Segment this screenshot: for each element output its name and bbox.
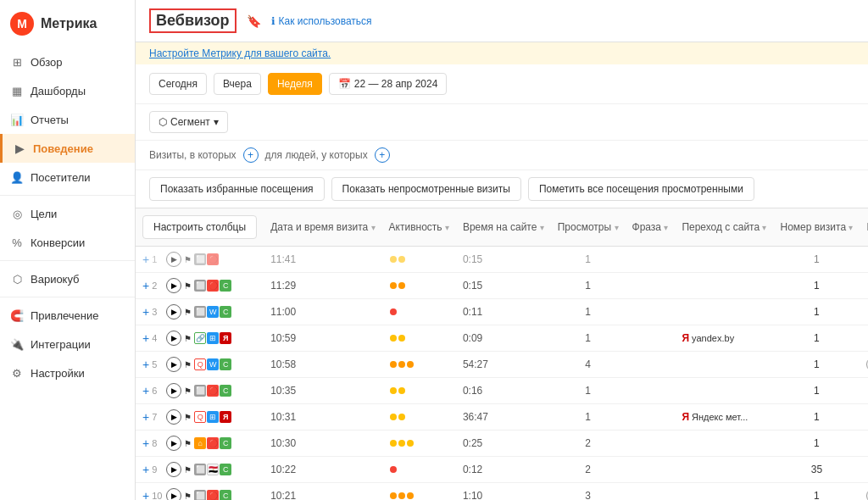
sidebar-item-settings[interactable]: ⚙ Настройки [0,358,135,387]
play-button[interactable]: ▶ [166,409,181,425]
col-activity[interactable]: Активность ▾ [382,208,456,247]
flag-icon: ⚑ [184,334,192,343]
row-num: 9 [152,464,164,475]
add-row-button[interactable]: + [142,279,149,292]
col-referrer[interactable]: Переход с сайта ▾ [675,208,773,247]
play-button[interactable]: ▶ [166,304,181,319]
sidebar-item-reports[interactable]: 📊 Отчеты [0,105,135,134]
sort-icon-phrase: ▾ [664,223,668,232]
play-button[interactable]: ▶ [166,357,181,372]
sidebar-item-label: Интеграции [31,338,91,351]
flag-icon: ⚑ [184,413,192,422]
add-row-button[interactable]: + [142,384,149,397]
time-on-site: 54:27 [456,352,551,378]
add-row-button[interactable]: + [142,410,149,424]
play-button[interactable]: ▶ [166,488,181,500]
sidebar-item-integrations[interactable]: 🔌 Интеграции [0,330,135,358]
week-button[interactable]: Неделя [268,73,322,95]
icon-set: Q⊞Я [194,411,231,423]
views-count: 1 [551,325,626,352]
logo-icon: М [10,12,34,36]
bar-chart-icon: 📊 [10,113,24,126]
table-row: + 2 ▶ ⚑ ⬜🔴C 11:290:1511Тоℹ [136,273,868,299]
add-people-filter-button[interactable]: + [375,147,390,163]
table-row: + 1 ▶ ⚑ ⬜🔴 11:410:1511Тоℹ [136,247,868,273]
notice-link[interactable]: Настройте Метрику для вашего сайта. [149,47,331,59]
phrase [626,299,676,325]
today-button[interactable]: Сегодня [149,73,207,95]
play-button[interactable]: ▶ [166,436,181,451]
show-favorites-button[interactable]: Показать избранные посещения [149,177,325,201]
sidebar-item-conversions[interactable]: % Конверсии [0,228,135,257]
sidebar-item-label: Отчеты [31,114,69,126]
add-row-button[interactable]: + [142,253,149,266]
visit-number: 1 [773,273,860,299]
play-button[interactable]: ▶ [166,331,181,346]
sidebar-item-label: Настройки [31,367,85,380]
sidebar-item-label: Поведение [33,142,93,155]
add-row-button[interactable]: + [142,463,149,476]
goals-value: 1 [860,352,868,378]
bookmark-icon[interactable]: 🔖 [247,14,261,28]
col-time-on-site[interactable]: Время на сайте ▾ [456,208,551,247]
sidebar-item-label: Обзор [31,56,63,69]
activity-dots [382,404,456,431]
show-unviewed-button[interactable]: Показать непросмотренные визиты [331,177,521,201]
views-count: 2 [551,431,626,457]
row-num: 5 [152,359,164,369]
add-row-button[interactable]: + [142,305,149,319]
col-phrase[interactable]: Фраза ▾ [626,208,676,247]
phrase [626,483,676,501]
col-visit-num[interactable]: Номер визита ▾ [773,208,860,247]
page-header: Вебвизор 🔖 ℹ Как использоваться [136,0,868,42]
sidebar-item-acquisition[interactable]: 🧲 Привлечение [0,301,135,330]
sidebar-item-variocube[interactable]: ⬡ Вариокуб [0,264,135,293]
sidebar-item-label: Цели [31,208,57,220]
col-date[interactable]: Дата и время визита ▾ [264,208,381,247]
notice-bar: Настройте Метрику для вашего сайта. [136,42,868,64]
gear-icon: ⚙ [10,366,24,380]
add-row-button[interactable]: + [142,331,149,345]
sort-icon-activity: ▾ [445,223,449,232]
views-count: 3 [551,483,626,501]
sidebar-item-goals[interactable]: ◎ Цели [0,199,135,228]
table-row: + 6 ▶ ⚑ ⬜🔴C 10:350:1611Тоℹ [136,378,868,404]
icon-set: ⬜🔴C [194,385,231,397]
phrase [626,325,676,352]
segment-button[interactable]: ⬡ Сегмент ▾ [149,111,228,133]
activity-dots [382,457,456,483]
configure-columns-button[interactable]: Настроить столбцы [142,215,257,239]
visit-time: 10:58 [264,352,381,378]
mark-all-viewed-button[interactable]: Пометить все посещения просмотренными [528,177,754,201]
play-button[interactable]: ▶ [166,278,181,293]
visit-time: 11:41 [264,247,381,273]
help-link[interactable]: ℹ Как использоваться [271,15,372,27]
col-goals[interactable]: Цели ▾ [860,208,868,247]
play-button[interactable]: ▶ [166,252,181,267]
col-views[interactable]: Просмотры ▾ [551,208,626,247]
visits-label: Визиты, в которых [149,149,236,161]
yesterday-button[interactable]: Вчера [214,73,261,95]
visit-time: 10:30 [264,431,381,457]
referrer [675,273,773,299]
info-icon: ℹ [271,15,275,27]
goals-value: 1 [860,483,868,501]
sidebar-divider-3 [0,297,135,297]
sidebar-item-behavior[interactable]: ▶ Поведение [0,134,135,163]
play-button[interactable]: ▶ [166,383,181,398]
sidebar-item-dashboards[interactable]: ▦ Дашборды [0,76,135,105]
add-row-button[interactable]: + [142,489,149,500]
segment-label: Сегмент [170,116,210,128]
goals-value [860,457,868,483]
add-row-button[interactable]: + [142,358,149,371]
logo: М Метрика [0,0,135,47]
icon-set: ⬜🔴 [194,253,231,265]
person-icon: 👤 [10,170,24,184]
sidebar-item-overview[interactable]: ⊞ Обзор [0,47,135,76]
add-visit-filter-button[interactable]: + [243,147,259,163]
date-range-button[interactable]: 📅 22 — 28 апр 2024 [329,73,448,95]
add-row-button[interactable]: + [142,436,149,450]
views-count: 1 [551,247,626,273]
sidebar-item-visitors[interactable]: 👤 Посетители [0,163,135,192]
play-button[interactable]: ▶ [166,462,181,477]
